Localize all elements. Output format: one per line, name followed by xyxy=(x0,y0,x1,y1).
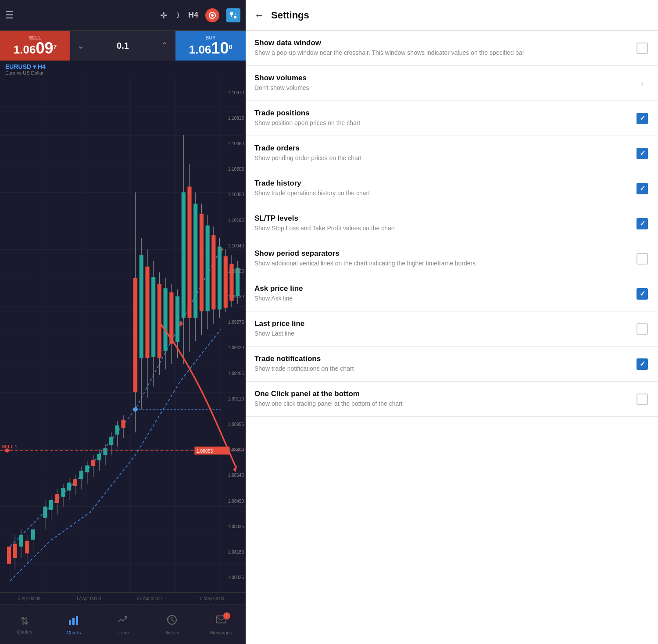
last-price-line-checkbox[interactable] xyxy=(637,323,648,335)
buy-price: 1.06100 xyxy=(189,40,232,56)
price-label: 1.10195 xyxy=(215,218,246,223)
settings-list: Show data window Show a pop-up window ne… xyxy=(246,31,658,644)
messages-badge: 1 xyxy=(223,612,230,619)
nav-item-history[interactable]: History xyxy=(147,614,197,635)
svg-rect-47 xyxy=(55,494,59,503)
svg-rect-69 xyxy=(122,420,125,428)
bottom-navigation: ⇅ Quotes Charts Trade History xyxy=(0,605,246,644)
sell-button[interactable]: SELL 1.06097 xyxy=(0,31,70,61)
price-label: 1.08955 xyxy=(215,422,246,427)
one-click-panel-checkbox[interactable] xyxy=(637,394,648,405)
trade-notifications-desc: Show trade notifications on the chart xyxy=(254,365,635,373)
symbol-name[interactable]: EURUSD ▾ H4 xyxy=(5,63,240,70)
period-separators-desc: Show additional vertical lines on the ch… xyxy=(254,259,635,268)
settings-header: ← Settings xyxy=(246,0,658,31)
symbol-info: EURUSD ▾ H4 Euro vs US Dollar xyxy=(0,61,246,78)
ask-price-line-desc: Show Ask line xyxy=(254,294,635,303)
history-icon xyxy=(166,614,178,628)
date-labels: 5 Apr 00:00 17 Apr 00:00 27 Apr 00:00 10… xyxy=(0,596,242,601)
svg-rect-91 xyxy=(193,204,197,318)
show-volumes-title: Show volumes xyxy=(254,74,635,82)
svg-rect-67 xyxy=(115,426,119,435)
show-data-window-title: Show data window xyxy=(254,39,635,47)
trade-history-title: Trade history xyxy=(254,179,635,188)
nav-label-quotes: Quotes xyxy=(17,629,32,634)
trade-positions-checkbox[interactable] xyxy=(637,113,648,124)
quantity-increase-button[interactable]: ⌃ xyxy=(161,40,168,51)
back-button[interactable]: ← xyxy=(254,10,264,21)
date-label: 5 Apr 00:00 xyxy=(18,596,40,601)
svg-rect-95 xyxy=(206,225,210,311)
show-data-window-checkbox[interactable] xyxy=(637,43,648,54)
svg-rect-63 xyxy=(103,448,107,455)
svg-rect-33 xyxy=(7,547,11,564)
svg-rect-85 xyxy=(175,296,179,342)
draw-tool-icon[interactable]: ⤸ xyxy=(175,11,181,20)
settings-panel: ← Settings Show data window Show a pop-u… xyxy=(246,0,658,644)
nav-label-trade: Trade xyxy=(117,630,129,635)
svg-rect-112 xyxy=(69,620,71,625)
settings-item-last-price-line: Last price line Show Last line xyxy=(246,311,658,347)
hamburger-menu-icon[interactable]: ☰ xyxy=(5,10,14,21)
nav-label-charts: Charts xyxy=(67,630,81,635)
price-label: 1.10970 xyxy=(215,90,246,95)
date-label: 17 Apr 00:00 xyxy=(76,596,101,601)
svg-rect-75 xyxy=(145,267,149,358)
sl-tp-levels-checkbox[interactable] xyxy=(637,218,648,229)
indicator-button[interactable] xyxy=(205,8,219,22)
svg-rect-71 xyxy=(133,278,137,392)
quantity-decrease-button[interactable]: ⌄ xyxy=(77,40,85,51)
period-separators-checkbox[interactable] xyxy=(637,253,648,265)
settings-item-sl-tp-levels: SL/TP levels Show Stop Loss and Take Pro… xyxy=(246,206,658,241)
nav-item-trade[interactable]: Trade xyxy=(98,614,147,635)
nav-label-messages: Messages xyxy=(210,630,232,635)
price-label: 1.10350 xyxy=(215,192,246,197)
show-volumes-desc: Don't show volumes xyxy=(254,84,635,93)
trade-orders-title: Trade orders xyxy=(254,144,635,153)
date-label: 10 May 08:00 xyxy=(198,596,225,601)
svg-rect-53 xyxy=(73,479,77,486)
trade-notifications-title: Trade notifications xyxy=(254,354,635,363)
settings-item-trade-orders: Trade orders Show pending order prices o… xyxy=(246,136,658,171)
svg-rect-57 xyxy=(85,465,89,472)
svg-rect-89 xyxy=(187,186,191,318)
trade-button[interactable] xyxy=(226,8,240,22)
settings-item-trade-positions: Trade positions Show position open price… xyxy=(246,101,658,136)
last-price-line-desc: Show Last line xyxy=(254,329,635,338)
settings-item-trade-notifications: Trade notifications Show trade notificat… xyxy=(246,347,658,382)
svg-rect-59 xyxy=(91,460,95,466)
svg-rect-65 xyxy=(109,437,113,445)
price-label: 1.09885 xyxy=(215,269,246,274)
nav-item-messages[interactable]: 1 Messages xyxy=(197,614,246,635)
svg-rect-114 xyxy=(76,616,78,625)
quantity-value: 0.1 xyxy=(117,41,129,51)
nav-item-quotes[interactable]: ⇅ Quotes xyxy=(0,615,49,634)
buy-button[interactable]: BUY 1.06100 xyxy=(175,31,246,61)
ask-price-line-checkbox[interactable] xyxy=(637,288,648,300)
trade-history-desc: Show trade operations history on the cha… xyxy=(254,189,635,198)
trade-orders-checkbox[interactable] xyxy=(637,148,648,159)
svg-rect-61 xyxy=(97,454,101,460)
svg-rect-39 xyxy=(25,541,29,554)
settings-title: Settings xyxy=(271,10,309,21)
svg-rect-37 xyxy=(19,535,23,547)
settings-item-period-separators: Show period separators Show additional v… xyxy=(246,241,658,276)
show-data-window-desc: Show a pop-up window near the crosshair.… xyxy=(254,49,635,57)
svg-rect-35 xyxy=(13,544,17,558)
volumes-arrow-icon[interactable]: › xyxy=(641,78,644,88)
trade-notifications-checkbox[interactable] xyxy=(637,358,648,370)
crosshair-icon[interactable]: ✛ xyxy=(160,10,168,21)
settings-item-show-volumes: Show volumes Don't show volumes › xyxy=(246,66,658,101)
trade-history-checkbox[interactable] xyxy=(637,183,648,194)
timeframe-button[interactable]: H4 xyxy=(188,11,198,20)
chart-area[interactable]: SELL 1 1.09053 1.10970 1.10815 1.10660 1… xyxy=(0,78,246,592)
price-label: 1.10815 xyxy=(215,116,246,121)
svg-rect-93 xyxy=(200,214,204,311)
svg-rect-87 xyxy=(182,192,186,318)
svg-rect-55 xyxy=(79,471,83,479)
price-label: 1.08335 xyxy=(215,524,246,529)
settings-item-trade-history: Trade history Show trade operations hist… xyxy=(246,171,658,206)
nav-item-charts[interactable]: Charts xyxy=(49,614,98,635)
trade-orders-desc: Show pending order prices on the chart xyxy=(254,154,635,163)
svg-rect-79 xyxy=(157,284,161,358)
